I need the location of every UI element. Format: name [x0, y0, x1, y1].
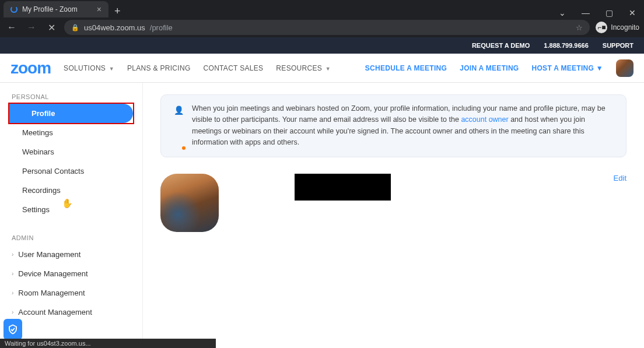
incognito-icon: ⌐■	[596, 22, 607, 33]
status-text: Waiting for us04st3.zoom.us...	[5, 340, 91, 347]
chevron-right-icon: ›	[12, 270, 13, 277]
profile-visibility-notice: 👤 When you join meetings and webinars ho…	[160, 94, 626, 157]
incognito-indicator[interactable]: ⌐■ Incognito	[596, 22, 639, 33]
address-bar[interactable]: 🔒 us04web.zoom.us/profile ☆	[64, 20, 590, 35]
sidebar: PERSONAL Profile Meetings Webinars Perso…	[0, 83, 143, 348]
request-demo-link[interactable]: REQUEST A DEMO	[472, 42, 530, 49]
nav-plans[interactable]: PLANS & PRICING	[127, 64, 191, 72]
caret-down-icon: ▼	[326, 66, 331, 72]
sidebar-item-webinars[interactable]: Webinars	[0, 142, 142, 161]
cursor-icon: ✋	[62, 198, 73, 209]
profile-summary-row: Edit	[160, 174, 626, 232]
sidebar-item-personal-contacts[interactable]: Personal Contacts	[0, 161, 142, 181]
nav-solutions[interactable]: SOLUTIONS ▼	[64, 64, 114, 72]
zoom-logo[interactable]: zoom	[10, 59, 51, 78]
chevron-right-icon: ›	[12, 251, 13, 258]
sidebar-item-device-management[interactable]: ›Device Management	[0, 264, 142, 283]
maximize-icon[interactable]: ▢	[597, 8, 621, 17]
sidebar-item-profile[interactable]: Profile	[9, 104, 133, 123]
chevron-right-icon: ›	[12, 290, 13, 296]
browser-tab[interactable]: My Profile - Zoom ×	[4, 1, 108, 17]
stop-reload-button[interactable]: ✕	[44, 22, 58, 33]
browser-tab-strip: My Profile - Zoom × + ⌄ — ▢ ✕	[0, 0, 644, 17]
notice-text: When you join meetings and webinars host…	[192, 103, 613, 149]
chevron-right-icon: ›	[12, 309, 13, 315]
forward-button[interactable]: →	[24, 22, 38, 33]
browser-toolbar: ← → ✕ 🔒 us04web.zoom.us/profile ☆ ⌐■ Inc…	[0, 17, 644, 37]
main-content: 👤 When you join meetings and webinars ho…	[143, 83, 644, 348]
phone-number[interactable]: 1.888.799.9666	[544, 42, 588, 49]
edit-profile-link[interactable]: Edit	[614, 174, 626, 182]
nav-contact[interactable]: CONTACT SALES	[204, 64, 264, 72]
account-owner-link[interactable]: account owner	[461, 115, 508, 124]
incognito-label: Incognito	[611, 23, 639, 31]
new-tab-button[interactable]: +	[108, 5, 127, 17]
sidebar-section-admin: ADMIN	[0, 234, 142, 245]
host-meeting-link[interactable]: HOST A MEETING ▼	[532, 64, 603, 72]
caret-down-icon: ▼	[109, 66, 114, 72]
close-window-icon[interactable]: ✕	[621, 8, 644, 17]
person-info-icon: 👤	[174, 104, 184, 149]
loading-spinner-icon	[10, 6, 18, 13]
join-meeting-link[interactable]: JOIN A MEETING	[460, 64, 519, 72]
back-button[interactable]: ←	[5, 22, 19, 33]
main-header: zoom SOLUTIONS ▼ PLANS & PRICING CONTACT…	[0, 54, 644, 83]
url-host: us04web.zoom.us	[84, 23, 145, 32]
top-banner: REQUEST A DEMO 1.888.799.9666 SUPPORT	[0, 37, 644, 54]
nav-resources[interactable]: RESOURCES ▼	[276, 64, 331, 72]
sidebar-item-recordings[interactable]: Recordings	[0, 181, 142, 200]
sidebar-item-room-management[interactable]: ›Room Management	[0, 283, 142, 303]
support-link[interactable]: SUPPORT	[603, 42, 634, 49]
close-tab-icon[interactable]: ×	[97, 5, 102, 14]
user-avatar[interactable]	[616, 59, 634, 77]
sidebar-item-account-management[interactable]: ›Account Management	[0, 303, 142, 322]
schedule-meeting-link[interactable]: SCHEDULE A MEETING	[365, 64, 447, 72]
chevron-down-icon[interactable]: ⌄	[551, 8, 574, 17]
window-controls: ⌄ — ▢ ✕	[551, 8, 644, 17]
annotation-highlight: Profile	[8, 103, 134, 124]
bookmark-star-icon[interactable]: ☆	[576, 23, 583, 32]
redacted-name-block	[295, 174, 391, 201]
sidebar-item-meetings[interactable]: Meetings	[0, 123, 142, 142]
lock-icon: 🔒	[71, 24, 79, 31]
shield-badge-icon[interactable]	[4, 319, 22, 340]
tab-title: My Profile - Zoom	[22, 5, 78, 13]
profile-picture[interactable]	[160, 174, 219, 232]
browser-status-bar: Waiting for us04st3.zoom.us...	[0, 339, 216, 348]
minimize-icon[interactable]: —	[574, 8, 597, 17]
caret-down-icon: ▼	[596, 64, 603, 72]
url-path: /profile	[150, 23, 173, 32]
sidebar-item-user-management[interactable]: ›User Management	[0, 245, 142, 264]
